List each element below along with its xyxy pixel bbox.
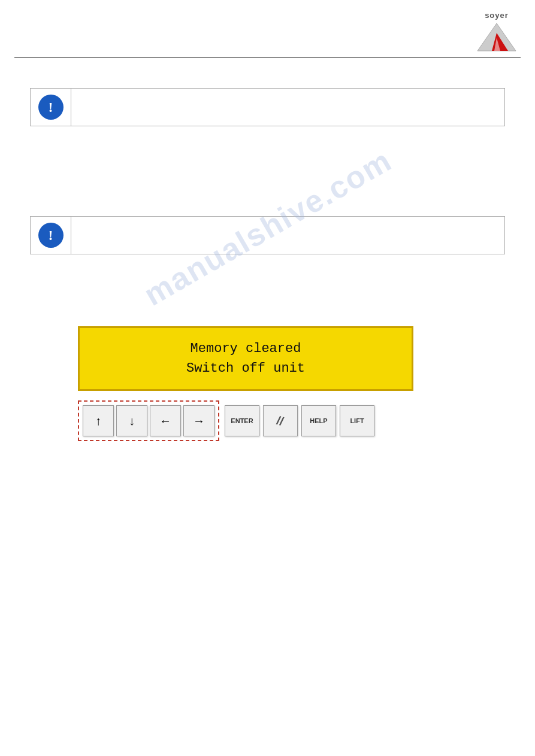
page-header: soyer bbox=[0, 0, 535, 57]
cancel-icon: // bbox=[276, 413, 286, 428]
notice-box-2: ! bbox=[30, 216, 505, 254]
lift-button[interactable]: LIFT bbox=[340, 405, 374, 436]
button-panel: ↑ ↓ ← → ENTER // HELP LIFT bbox=[78, 400, 413, 441]
logo-shape bbox=[475, 21, 518, 54]
help-button[interactable]: HELP bbox=[301, 405, 336, 436]
down-button[interactable]: ↓ bbox=[116, 405, 147, 436]
notice-box-1: ! bbox=[30, 88, 505, 126]
notice-icon-cell-1: ! bbox=[31, 89, 71, 126]
top-divider bbox=[14, 57, 521, 58]
enter-button[interactable]: ENTER bbox=[225, 405, 259, 436]
mandatory-icon-2: ! bbox=[38, 223, 64, 248]
logo: soyer bbox=[473, 11, 521, 53]
left-button[interactable]: ← bbox=[150, 405, 181, 436]
cancel-button[interactable]: // bbox=[263, 405, 298, 436]
mandatory-icon-1: ! bbox=[38, 95, 64, 120]
nav-button-group: ↑ ↓ ← → bbox=[78, 400, 219, 441]
notice-text-1 bbox=[71, 89, 504, 126]
display-screen: Memory cleared Switch off unit bbox=[78, 326, 413, 391]
display-line1: Memory cleared bbox=[98, 339, 394, 359]
display-section: Memory cleared Switch off unit ↑ ↓ ← → E… bbox=[78, 326, 505, 441]
right-button[interactable]: → bbox=[183, 405, 214, 436]
main-content: ! ! Memory cleared Switch off unit ↑ ↓ ← bbox=[0, 76, 535, 441]
notice-text-2 bbox=[71, 217, 504, 254]
logo-text: soyer bbox=[485, 11, 509, 20]
up-button[interactable]: ↑ bbox=[83, 405, 114, 436]
notice-icon-cell-2: ! bbox=[31, 217, 71, 254]
display-line2: Switch off unit bbox=[98, 359, 394, 378]
